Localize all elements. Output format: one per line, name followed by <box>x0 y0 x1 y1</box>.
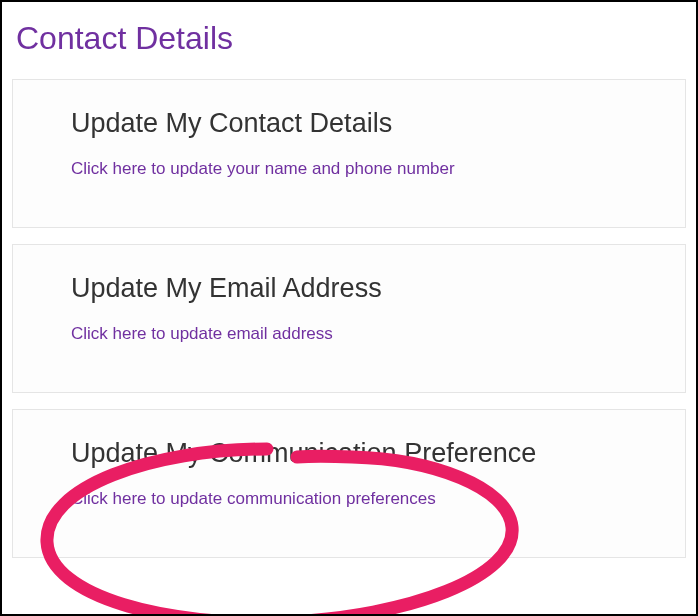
card-email-address-title: Update My Email Address <box>71 273 685 304</box>
link-update-email-address[interactable]: Click here to update email address <box>71 324 333 343</box>
card-email-address: Update My Email Address Click here to up… <box>12 244 686 393</box>
link-update-communication-preferences[interactable]: Click here to update communication prefe… <box>71 489 436 508</box>
card-communication-preference-title: Update My Communication Preference <box>71 438 685 469</box>
link-update-contact-details[interactable]: Click here to update your name and phone… <box>71 159 455 178</box>
card-contact-details-title: Update My Contact Details <box>71 108 685 139</box>
page-title: Contact Details <box>2 2 696 79</box>
page-container: Contact Details Update My Contact Detail… <box>0 0 698 616</box>
card-communication-preference: Update My Communication Preference Click… <box>12 409 686 558</box>
card-contact-details: Update My Contact Details Click here to … <box>12 79 686 228</box>
